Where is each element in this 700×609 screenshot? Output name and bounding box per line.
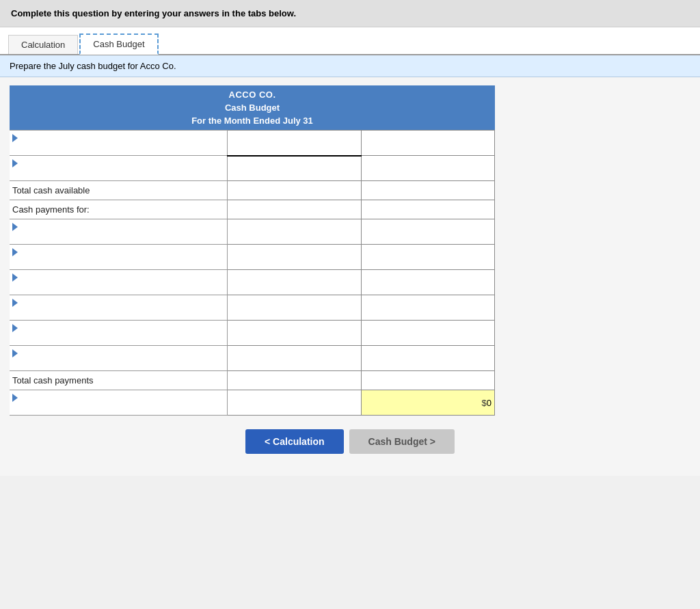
arrow-icon <box>12 223 18 231</box>
row5-col3-input[interactable] <box>364 226 492 238</box>
table-row <box>10 270 495 295</box>
row9-col2-input[interactable] <box>230 327 358 339</box>
row8-col2-input[interactable] <box>230 302 358 314</box>
tab-cash-budget[interactable]: Cash Budget <box>79 33 158 55</box>
table-row: Cash payments for: <box>10 200 495 219</box>
table-row: $ 0 <box>10 390 495 416</box>
row9-col3-input[interactable] <box>364 327 492 339</box>
row1-col2-input[interactable] <box>230 137 358 148</box>
row2-col2-input[interactable] <box>230 163 358 174</box>
nav-buttons: < Calculation Cash Budget > <box>10 429 690 468</box>
total-cash-pay-col2[interactable] <box>230 375 358 386</box>
table-row: Total cash available <box>10 181 495 200</box>
row8-label-input[interactable] <box>12 307 224 319</box>
arrow-icon <box>12 273 18 282</box>
row6-col3-input[interactable] <box>364 252 492 263</box>
row10-col2-input[interactable] <box>230 353 358 364</box>
table-row: Total cash payments <box>10 371 495 390</box>
table-row <box>10 131 495 156</box>
arrow-icon <box>12 394 18 402</box>
row2-col3-input[interactable] <box>364 163 492 174</box>
next-button[interactable]: Cash Budget > <box>349 429 455 454</box>
row6-label-input[interactable] <box>12 256 224 268</box>
row10-label-input[interactable] <box>12 357 224 369</box>
row5-label-input[interactable] <box>12 231 224 243</box>
row12-label-input[interactable] <box>12 402 224 414</box>
row2-label-input[interactable] <box>12 167 224 179</box>
tab-calculation[interactable]: Calculation <box>8 35 78 54</box>
row9-label-input[interactable] <box>12 332 224 344</box>
table-header: ACCO CO. Cash Budget For the Month Ended… <box>10 85 495 130</box>
table-row <box>10 321 495 346</box>
budget-table: Total cash available Cash payments for: <box>10 130 495 416</box>
tabs-bar: Calculation Cash Budget <box>0 27 700 55</box>
row6-col2-input[interactable] <box>230 252 358 263</box>
table-row <box>10 295 495 321</box>
cash-payments-col3[interactable] <box>364 204 492 215</box>
row1-col3-input[interactable] <box>364 137 492 149</box>
arrow-icon <box>12 349 18 357</box>
arrow-icon <box>12 324 18 332</box>
table-row <box>10 245 495 270</box>
total-cash-pay-col3[interactable] <box>364 375 492 386</box>
total-cash-avail-col2[interactable] <box>230 185 358 196</box>
total-cash-avail-col3[interactable] <box>364 185 492 196</box>
arrow-icon <box>12 134 18 142</box>
row1-label-input[interactable] <box>12 142 224 154</box>
row7-col2-input[interactable] <box>230 277 358 288</box>
table-row <box>10 156 495 181</box>
arrow-icon <box>12 248 18 256</box>
row10-col3-input[interactable] <box>364 353 492 364</box>
table-row <box>10 346 495 371</box>
row5-col2-input[interactable] <box>230 226 358 238</box>
arrow-icon <box>12 299 18 307</box>
sub-header: Prepare the July cash budget for Acco Co… <box>0 55 700 77</box>
cash-payments-col2[interactable] <box>230 204 358 215</box>
table-row <box>10 219 495 245</box>
prev-button[interactable]: < Calculation <box>245 429 344 454</box>
top-instruction: Complete this question by entering your … <box>0 0 700 27</box>
row7-col3-input[interactable] <box>364 277 492 288</box>
arrow-icon <box>12 159 18 167</box>
row8-col3-input[interactable] <box>364 302 492 314</box>
row7-label-input[interactable] <box>12 282 224 293</box>
row12-col2-input[interactable] <box>230 397 358 409</box>
